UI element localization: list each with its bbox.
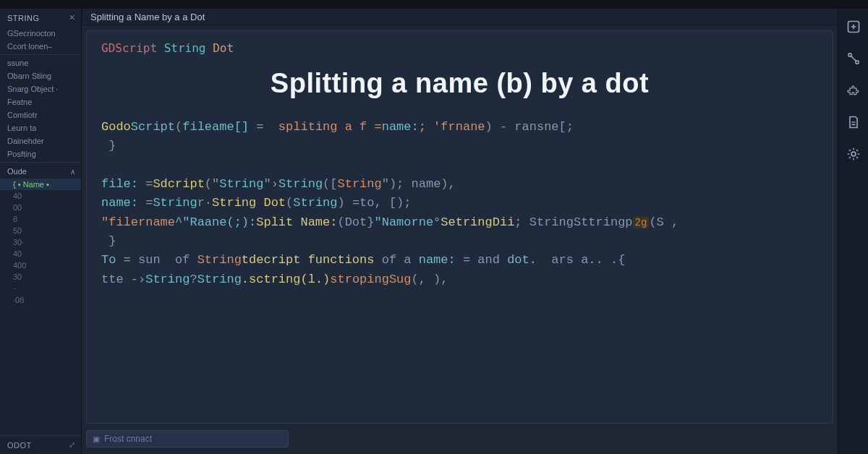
prompt-icon: ▣ xyxy=(93,434,100,444)
sidebar-item[interactable]: ssune xyxy=(0,56,81,69)
sidebar-item[interactable]: Leurn ta xyxy=(0,121,81,134)
sidebar-footer-label: ODOT xyxy=(7,441,32,450)
puzzle-icon[interactable] xyxy=(846,82,861,98)
tag-row: GDScript String Dot xyxy=(101,41,818,55)
page-title: Splitting a name (b) by a dot xyxy=(101,68,818,99)
tree-item[interactable]: 50 xyxy=(0,225,81,236)
editor-panel: GDScript String Dot Splitting a name (b)… xyxy=(86,30,833,424)
code-block[interactable]: GodoScript(fileame[] = spliting a f =nam… xyxy=(101,118,818,289)
sidebar-item[interactable]: Ccort lonen– xyxy=(0,40,81,53)
gear-icon[interactable] xyxy=(846,146,861,162)
sidebar-section-header[interactable]: STRING ✕ xyxy=(0,9,81,27)
tree-item[interactable]: 00 xyxy=(0,202,81,213)
sidebar-item[interactable]: Dainehder xyxy=(0,134,81,147)
sidebar-footer[interactable]: ODOT ⤢ xyxy=(0,435,81,454)
sidebar-item[interactable]: Comtiotr xyxy=(0,108,81,121)
expand-icon[interactable]: ⤢ xyxy=(69,440,76,450)
svg-point-3 xyxy=(851,152,856,156)
sidebar-item[interactable]: GSecrinocton xyxy=(0,27,81,40)
sidebar-item[interactable]: Posfting xyxy=(0,147,81,160)
sidebar: STRING ✕ GSecrinocton Ccort lonen– ssune… xyxy=(0,9,82,454)
tree-item[interactable]: 30 xyxy=(0,271,81,283)
right-rail xyxy=(838,9,868,454)
divider xyxy=(0,162,81,163)
main-area: Splitting a Name by a a Dot GDScript Str… xyxy=(82,9,838,454)
tree-header[interactable]: Oude ∧ xyxy=(0,164,81,179)
tree-item[interactable]: ·08 xyxy=(0,294,81,306)
command-input[interactable]: ▣ Frost cnnact xyxy=(86,430,289,447)
tree-item[interactable]: { • Name • xyxy=(0,179,81,190)
sidebar-item[interactable]: Snarg Object · xyxy=(0,82,81,95)
tree-item[interactable]: 40 xyxy=(0,190,81,202)
sidebar-item[interactable]: Featne xyxy=(0,95,81,108)
sidebar-section-title: STRING xyxy=(7,14,40,22)
window-top-strip xyxy=(0,0,868,9)
command-input-placeholder: Frost cnnact xyxy=(104,434,152,444)
path-icon[interactable] xyxy=(846,51,861,67)
chevron-up-icon: ∧ xyxy=(70,168,75,176)
tag-dot: Dot xyxy=(213,41,234,55)
document-icon[interactable] xyxy=(846,114,861,130)
tab-bar: Splitting a Name by a a Dot xyxy=(82,9,838,26)
tree-item[interactable]: 400 xyxy=(0,260,81,271)
sidebar-item[interactable]: Obarn Stiing xyxy=(0,69,81,82)
close-icon[interactable]: ✕ xyxy=(69,13,76,22)
tab-active[interactable]: Splitting a Name by a a Dot xyxy=(90,12,205,22)
tree-item[interactable]: 40 xyxy=(0,248,81,260)
tree-item[interactable]: 30· xyxy=(0,236,81,248)
tag-string: String xyxy=(164,41,206,55)
svg-point-1 xyxy=(848,53,851,56)
square-plus-icon[interactable] xyxy=(846,19,861,35)
bottom-bar: ▣ Frost cnnact xyxy=(86,428,833,450)
tree-item[interactable]: · xyxy=(0,283,81,294)
tree-item[interactable]: 8 xyxy=(0,213,81,225)
divider xyxy=(0,54,81,55)
svg-point-2 xyxy=(855,61,858,64)
tree-header-label: Oude xyxy=(7,167,27,176)
tag-gdscript: GDScript xyxy=(101,41,157,55)
